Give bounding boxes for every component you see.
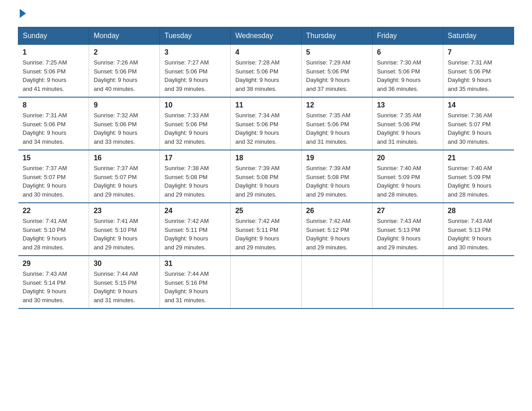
- page-header: [18, 13, 514, 18]
- calendar-cell: 10 Sunrise: 7:33 AMSunset: 5:06 PMDaylig…: [160, 97, 231, 150]
- calendar-cell: 4 Sunrise: 7:28 AMSunset: 5:06 PMDayligh…: [231, 45, 301, 98]
- day-info: Sunrise: 7:36 AMSunset: 5:07 PMDaylight:…: [448, 111, 510, 146]
- calendar-body: 1 Sunrise: 7:25 AMSunset: 5:06 PMDayligh…: [18, 45, 514, 309]
- calendar-cell: 5 Sunrise: 7:29 AMSunset: 5:06 PMDayligh…: [301, 45, 372, 98]
- calendar-cell: [443, 256, 514, 308]
- calendar-cell: 2 Sunrise: 7:26 AMSunset: 5:06 PMDayligh…: [89, 45, 160, 98]
- day-number: 27: [377, 207, 438, 215]
- day-number: 12: [306, 101, 368, 109]
- header-saturday: Saturday: [443, 27, 514, 45]
- day-number: 6: [377, 48, 438, 56]
- calendar-cell: 24 Sunrise: 7:42 AMSunset: 5:11 PMDaylig…: [160, 203, 231, 256]
- day-info: Sunrise: 7:42 AMSunset: 5:12 PMDaylight:…: [306, 217, 368, 252]
- calendar-cell: 27 Sunrise: 7:43 AMSunset: 5:13 PMDaylig…: [372, 203, 443, 256]
- day-number: 17: [164, 154, 226, 162]
- calendar-cell: [301, 256, 372, 308]
- calendar-cell: 28 Sunrise: 7:43 AMSunset: 5:13 PMDaylig…: [443, 203, 514, 256]
- logo-arrow-icon: [20, 9, 26, 18]
- calendar-cell: 26 Sunrise: 7:42 AMSunset: 5:12 PMDaylig…: [301, 203, 372, 256]
- calendar-week-row: 1 Sunrise: 7:25 AMSunset: 5:06 PMDayligh…: [18, 45, 514, 98]
- calendar-cell: 20 Sunrise: 7:40 AMSunset: 5:09 PMDaylig…: [372, 150, 443, 203]
- calendar-week-row: 29 Sunrise: 7:43 AMSunset: 5:14 PMDaylig…: [18, 256, 514, 308]
- day-number: 29: [23, 260, 85, 268]
- day-info: Sunrise: 7:40 AMSunset: 5:09 PMDaylight:…: [448, 164, 510, 199]
- calendar-table: Sunday Monday Tuesday Wednesday Thursday…: [18, 27, 514, 309]
- calendar-cell: 15 Sunrise: 7:37 AMSunset: 5:07 PMDaylig…: [18, 150, 89, 203]
- calendar-cell: 7 Sunrise: 7:31 AMSunset: 5:06 PMDayligh…: [443, 45, 514, 98]
- day-info: Sunrise: 7:38 AMSunset: 5:08 PMDaylight:…: [164, 164, 226, 199]
- day-number: 30: [94, 260, 155, 268]
- day-info: Sunrise: 7:31 AMSunset: 5:06 PMDaylight:…: [448, 58, 510, 93]
- day-info: Sunrise: 7:30 AMSunset: 5:06 PMDaylight:…: [377, 58, 438, 93]
- day-number: 7: [448, 48, 510, 56]
- day-number: 2: [94, 48, 155, 56]
- day-number: 22: [23, 207, 85, 215]
- day-info: Sunrise: 7:27 AMSunset: 5:06 PMDaylight:…: [164, 58, 226, 93]
- day-number: 8: [23, 101, 85, 109]
- header-monday: Monday: [89, 27, 160, 45]
- header-tuesday: Tuesday: [160, 27, 231, 45]
- day-info: Sunrise: 7:39 AMSunset: 5:08 PMDaylight:…: [235, 164, 296, 199]
- day-info: Sunrise: 7:26 AMSunset: 5:06 PMDaylight:…: [94, 58, 155, 93]
- day-number: 24: [164, 207, 226, 215]
- day-info: Sunrise: 7:34 AMSunset: 5:06 PMDaylight:…: [235, 111, 296, 146]
- day-number: 23: [94, 207, 155, 215]
- calendar-cell: 31 Sunrise: 7:44 AMSunset: 5:16 PMDaylig…: [160, 256, 231, 308]
- calendar-cell: 8 Sunrise: 7:31 AMSunset: 5:06 PMDayligh…: [18, 97, 89, 150]
- calendar-cell: [231, 256, 301, 308]
- calendar-cell: 23 Sunrise: 7:41 AMSunset: 5:10 PMDaylig…: [89, 203, 160, 256]
- day-info: Sunrise: 7:43 AMSunset: 5:13 PMDaylight:…: [448, 217, 510, 252]
- day-number: 18: [235, 154, 296, 162]
- day-info: Sunrise: 7:43 AMSunset: 5:13 PMDaylight:…: [377, 217, 438, 252]
- calendar-cell: 3 Sunrise: 7:27 AMSunset: 5:06 PMDayligh…: [160, 45, 231, 98]
- day-info: Sunrise: 7:35 AMSunset: 5:06 PMDaylight:…: [306, 111, 368, 146]
- day-number: 3: [164, 48, 226, 56]
- calendar-cell: 14 Sunrise: 7:36 AMSunset: 5:07 PMDaylig…: [443, 97, 514, 150]
- calendar-cell: 19 Sunrise: 7:39 AMSunset: 5:08 PMDaylig…: [301, 150, 372, 203]
- calendar-cell: 17 Sunrise: 7:38 AMSunset: 5:08 PMDaylig…: [160, 150, 231, 203]
- day-number: 25: [235, 207, 296, 215]
- day-number: 10: [164, 101, 226, 109]
- calendar-cell: 11 Sunrise: 7:34 AMSunset: 5:06 PMDaylig…: [231, 97, 301, 150]
- day-number: 28: [448, 207, 510, 215]
- day-info: Sunrise: 7:39 AMSunset: 5:08 PMDaylight:…: [306, 164, 368, 199]
- day-info: Sunrise: 7:25 AMSunset: 5:06 PMDaylight:…: [23, 58, 85, 93]
- day-number: 4: [235, 48, 296, 56]
- day-number: 16: [94, 154, 155, 162]
- day-number: 31: [164, 260, 226, 268]
- day-number: 9: [94, 101, 155, 109]
- day-info: Sunrise: 7:37 AMSunset: 5:07 PMDaylight:…: [23, 164, 85, 199]
- calendar-week-row: 22 Sunrise: 7:41 AMSunset: 5:10 PMDaylig…: [18, 203, 514, 256]
- day-number: 14: [448, 101, 510, 109]
- day-info: Sunrise: 7:44 AMSunset: 5:15 PMDaylight:…: [94, 270, 155, 304]
- day-info: Sunrise: 7:32 AMSunset: 5:06 PMDaylight:…: [94, 111, 155, 146]
- day-number: 19: [306, 154, 368, 162]
- day-number: 1: [23, 48, 85, 56]
- logo: [18, 13, 26, 18]
- day-number: 26: [306, 207, 368, 215]
- calendar-cell: [372, 256, 443, 308]
- day-info: Sunrise: 7:40 AMSunset: 5:09 PMDaylight:…: [377, 164, 438, 199]
- calendar-cell: 9 Sunrise: 7:32 AMSunset: 5:06 PMDayligh…: [89, 97, 160, 150]
- calendar-cell: 6 Sunrise: 7:30 AMSunset: 5:06 PMDayligh…: [372, 45, 443, 98]
- calendar-cell: 25 Sunrise: 7:42 AMSunset: 5:11 PMDaylig…: [231, 203, 301, 256]
- calendar-cell: 1 Sunrise: 7:25 AMSunset: 5:06 PMDayligh…: [18, 45, 89, 98]
- day-number: 11: [235, 101, 296, 109]
- day-info: Sunrise: 7:29 AMSunset: 5:06 PMDaylight:…: [306, 58, 368, 93]
- calendar-week-row: 8 Sunrise: 7:31 AMSunset: 5:06 PMDayligh…: [18, 97, 514, 150]
- day-info: Sunrise: 7:42 AMSunset: 5:11 PMDaylight:…: [164, 217, 226, 252]
- header-friday: Friday: [372, 27, 443, 45]
- day-info: Sunrise: 7:33 AMSunset: 5:06 PMDaylight:…: [164, 111, 226, 146]
- calendar-cell: 29 Sunrise: 7:43 AMSunset: 5:14 PMDaylig…: [18, 256, 89, 308]
- calendar-cell: 16 Sunrise: 7:37 AMSunset: 5:07 PMDaylig…: [89, 150, 160, 203]
- calendar-cell: 21 Sunrise: 7:40 AMSunset: 5:09 PMDaylig…: [443, 150, 514, 203]
- calendar-header: Sunday Monday Tuesday Wednesday Thursday…: [18, 27, 514, 45]
- calendar-cell: 22 Sunrise: 7:41 AMSunset: 5:10 PMDaylig…: [18, 203, 89, 256]
- day-info: Sunrise: 7:41 AMSunset: 5:10 PMDaylight:…: [94, 217, 155, 252]
- calendar-cell: 12 Sunrise: 7:35 AMSunset: 5:06 PMDaylig…: [301, 97, 372, 150]
- calendar-week-row: 15 Sunrise: 7:37 AMSunset: 5:07 PMDaylig…: [18, 150, 514, 203]
- day-number: 13: [377, 101, 438, 109]
- header-sunday: Sunday: [18, 27, 89, 45]
- day-info: Sunrise: 7:28 AMSunset: 5:06 PMDaylight:…: [235, 58, 296, 93]
- header-row: Sunday Monday Tuesday Wednesday Thursday…: [18, 27, 514, 45]
